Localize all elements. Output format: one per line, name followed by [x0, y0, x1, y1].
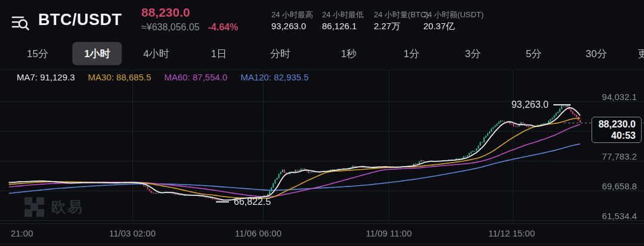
- low-annotation-value: 66,822.5: [234, 197, 271, 207]
- stat-label: 24 小时最低: [322, 10, 364, 20]
- low-annotation: 66,822.5: [216, 197, 271, 207]
- tab-1d[interactable]: 1日: [203, 42, 235, 66]
- last-price-tag: 88,230.0 40:53: [592, 117, 642, 143]
- high-annotation-value: 93,263.0: [512, 99, 549, 110]
- y-axis-label: 61,534.4: [583, 211, 637, 221]
- tab-15m[interactable]: 15分: [18, 42, 57, 66]
- change-percent: -4.64%: [208, 22, 239, 33]
- tab-time-share[interactable]: 分时: [262, 42, 299, 66]
- ma-indicator-legend[interactable]: MA7: 91,129.3 MA30: 88,685.5 MA60: 87,55…: [17, 72, 309, 82]
- high-annotation: 93,263.0: [512, 99, 571, 110]
- timeframe-tabbar: 15分 1小时 4小时 1日 分时 1秒 1分 3分 5分 30分 更: [0, 39, 644, 68]
- y-axis-label: 77,783.2: [583, 151, 637, 161]
- market-search-icon[interactable]: [11, 14, 30, 31]
- stat-label: 24 小时量(BTC): [374, 10, 429, 20]
- tab-5m[interactable]: 5分: [518, 42, 550, 66]
- x-axis-label: 21:00: [11, 228, 33, 238]
- stat-label: 24 小时最高: [271, 10, 313, 20]
- high-pointer-dash: [553, 104, 571, 105]
- tab-1m[interactable]: 1分: [395, 42, 428, 66]
- ma7-legend: MA7: 91,129.3: [17, 72, 75, 82]
- candlestick-chart[interactable]: [0, 0, 644, 246]
- x-axis-label: 11/12 15:00: [488, 228, 535, 238]
- pair-title: BTC/USDT: [38, 11, 122, 29]
- tab-4h[interactable]: 4小时: [135, 42, 177, 66]
- stat-value: 20.37亿: [423, 21, 455, 32]
- tab-1s[interactable]: 1秒: [333, 42, 365, 66]
- tab-30m[interactable]: 30分: [577, 42, 615, 66]
- watermark-text: 欧易: [51, 197, 83, 217]
- fiat-value: ≈¥638,056.05: [141, 22, 200, 33]
- ma120-legend: MA120: 82,935.5: [240, 72, 308, 82]
- stat-label: 24 小时额(USDT): [423, 10, 484, 20]
- x-axis-label: 11/03 02:00: [109, 228, 156, 238]
- tab-1h-selected[interactable]: 1小时: [72, 42, 122, 66]
- ma30-legend: MA30: 88,685.5: [88, 72, 151, 82]
- last-price: 88,230.0: [141, 5, 190, 20]
- trading-app: BTC/USDT 88,230.0 ≈¥638,056.05 -4.64% 24…: [0, 0, 644, 246]
- y-axis-label: 69,658.8: [583, 181, 637, 191]
- ma60-legend: MA60: 87,554.0: [165, 72, 228, 82]
- tag-countdown: 40:53: [597, 130, 636, 141]
- okx-watermark: 欧易: [24, 197, 83, 217]
- okx-logo-icon: [24, 197, 44, 217]
- x-axis-label: 11/09 11:00: [366, 228, 411, 238]
- y-axis-label: 94,032.1: [583, 92, 637, 102]
- stat-value: 93,263.0: [271, 21, 306, 31]
- tab-3m[interactable]: 3分: [457, 42, 489, 66]
- stat-value: 86,126.1: [322, 21, 357, 31]
- tag-price: 88,230.0: [597, 119, 636, 130]
- stat-value: 2.27万: [374, 21, 400, 32]
- tab-more[interactable]: 更: [630, 42, 644, 66]
- x-axis-label: 11/06 06:00: [235, 228, 281, 238]
- low-pointer-dash: [216, 201, 229, 203]
